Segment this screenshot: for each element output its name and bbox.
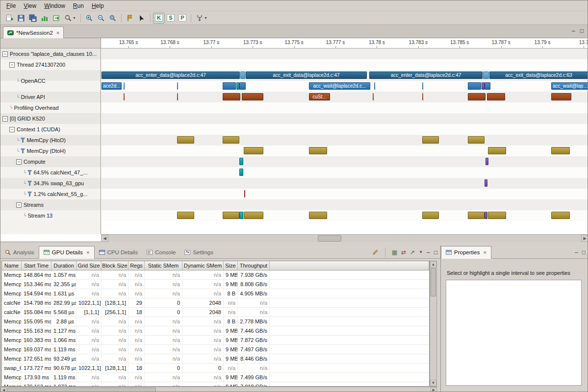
timeline-bar-memcpy-htod[interactable]	[422, 136, 439, 144]
timeline-bar-stream-13[interactable]	[422, 212, 439, 219]
timeline-bar-openacc-wait[interactable]	[239, 82, 246, 90]
timeline-bar-openacc-wait[interactable]: acc_wait@laplace2d.c...	[309, 82, 370, 90]
tab-analysis[interactable]: Analysis	[0, 246, 39, 259]
filter-funnel-icon[interactable]	[21, 148, 25, 153]
table-row[interactable]: swap_6173.727 ms90.678 µs1022,1,1][128,1…	[2, 364, 429, 373]
timeline-row-kernel-swap63[interactable]: └34.3% swap_63_gpu	[0, 178, 101, 189]
timeline-bar-stream-13[interactable]	[551, 212, 570, 219]
scroll-left-icon[interactable]: ◀	[0, 387, 7, 392]
timeline-row-streams[interactable]: −Streams	[0, 199, 101, 210]
timeline-bar-openacc-acc[interactable]: acc_exit_data@laplace2d.c:63	[489, 72, 588, 79]
filter-funnel-icon[interactable]	[27, 192, 32, 196]
timeline-bar-openacc-wait[interactable]	[177, 82, 178, 90]
timeline-bar-memcpy-htod[interactable]	[468, 136, 485, 144]
minimize-view-icon[interactable]: –	[572, 27, 575, 35]
timeline-bar-kernel-calcnext47[interactable]	[239, 169, 243, 176]
profile-application-button[interactable]	[39, 13, 51, 24]
menu-run[interactable]: Run	[69, 1, 88, 10]
timeline-bar-memcpy-dtoh[interactable]	[488, 147, 506, 154]
collapse-toggle-icon[interactable]: −	[9, 62, 15, 68]
save-button[interactable]	[15, 13, 27, 24]
column-header-start-time[interactable]: Start Time	[22, 261, 51, 270]
timeline-horizontal-scrollbar[interactable]: ◀ ▶	[101, 234, 588, 242]
table-row[interactable]: calcNe154.798 ms282.99 µs1022,1,1][128,1…	[2, 298, 429, 308]
table-layout-icon[interactable]: ▦	[392, 249, 397, 256]
menu-view[interactable]: View	[20, 1, 40, 10]
column-header-dynamic-smem[interactable]: Dynamic SMem	[182, 261, 224, 270]
timeline-row-memcpy-htod[interactable]: └MemCpy (HtoD)	[0, 135, 101, 146]
zoom-in-button[interactable]	[83, 13, 95, 24]
timeline-bar-openacc-acc[interactable]: acc_enter_data@laplace2d.c:47	[369, 72, 483, 79]
column-header-size[interactable]: Size	[224, 261, 238, 270]
collapse-toggle-icon[interactable]: −	[2, 51, 8, 57]
timeline-bar-openacc-wait[interactable]: acc_wait@lap...	[551, 82, 588, 90]
timeline-bar-openacc-acc[interactable]: acc_exit_data@laplace2d.c:47	[246, 72, 367, 79]
menu-help[interactable]: Help	[88, 1, 108, 10]
filter-funnel-icon[interactable]	[27, 170, 32, 175]
table-scroll-thumb[interactable]	[431, 268, 436, 296]
timeline-bar-openacc-wait[interactable]: ace2d...	[102, 82, 122, 90]
timeline-bar-stream-13[interactable]	[309, 212, 327, 219]
toggle-kernel-rows-button[interactable]: K	[153, 13, 165, 24]
search-settings-dropdown[interactable]: ▼	[62, 13, 78, 24]
timeline-bar-driver-api[interactable]	[487, 93, 505, 100]
column-header-name[interactable]: Name	[2, 261, 22, 270]
timeline-row-thread[interactable]: −Thread 2741307200	[0, 59, 101, 70]
tab-cpu-details[interactable]: CPU Details	[95, 246, 143, 259]
scroll-right-icon[interactable]: ▶	[431, 387, 437, 392]
timeline-bar-openacc-acc[interactable]	[483, 72, 489, 79]
column-header-block-size[interactable]: Block Size	[102, 261, 128, 270]
timeline-row-openacc[interactable]: └OpenACC	[0, 70, 101, 92]
close-tab-icon[interactable]: ×	[483, 249, 486, 255]
timeline-row-context-1[interactable]: −Context 1 (CUDA)	[0, 124, 101, 135]
timeline-row-kernel-calcnext55[interactable]: └1.2% calcNext_55_g...	[0, 189, 101, 199]
table-row[interactable]: Memcp179.163 ms1.073 msn/an/an/an/an/a9 …	[2, 382, 429, 387]
table-vertical-scrollbar[interactable]: ▲ ▼	[430, 261, 437, 387]
selection-tool-button[interactable]	[136, 13, 148, 24]
timeline-bar-driver-api[interactable]: cuSt...	[309, 93, 330, 100]
edit-filter-icon[interactable]	[372, 249, 379, 256]
timeline-bar-memcpy-htod[interactable]	[223, 136, 239, 144]
timeline-bar-driver-api[interactable]	[468, 93, 486, 100]
timeline-row-stream-13[interactable]: └Stream 13	[0, 210, 101, 221]
table-row[interactable]: Memcp155.095 ms2.88 µsn/an/an/an/an/a8 B…	[2, 317, 429, 326]
maximize-view-icon[interactable]: □	[582, 249, 586, 256]
sync-selection-icon[interactable]: ⇄	[401, 249, 406, 256]
timeline-bar-stream-13[interactable]	[223, 212, 239, 219]
table-hscroll-thumb[interactable]	[7, 388, 156, 392]
timeline-bar-memcpy-dtoh[interactable]	[551, 147, 570, 154]
table-row[interactable]: Memcp169.037 ms1.119 msn/an/an/an/an/a9 …	[2, 345, 429, 354]
scroll-up-icon[interactable]: ▲	[430, 261, 436, 268]
toggle-stream-rows-button[interactable]: S	[165, 13, 177, 24]
minimize-view-icon[interactable]: –	[427, 249, 430, 256]
timeline-bar-driver-api[interactable]	[551, 93, 571, 100]
column-header-duration[interactable]: Duration	[51, 261, 77, 270]
timeline-row-driver-api[interactable]: └Driver API	[0, 92, 101, 102]
go-to-marker-button[interactable]	[124, 13, 136, 24]
export-table-icon[interactable]: ↗	[410, 249, 415, 256]
timeline-bar-stream-13[interactable]	[239, 212, 243, 219]
timeline-bar-kernel-swap63[interactable]	[485, 179, 487, 187]
view-menu-icon[interactable]: ▼	[419, 250, 423, 254]
timeline-row-memcpy-dtoh[interactable]: └MemCpy (DtoH)	[0, 146, 101, 156]
toggle-process-rows-button[interactable]: P	[177, 13, 188, 24]
timeline-bar-kernel-calcnext55[interactable]	[244, 190, 245, 197]
timeline-bar-memcpy-dtoh[interactable]	[244, 147, 263, 154]
zoom-fit-button[interactable]	[107, 13, 119, 24]
timeline-bar-memcpy-dtoh[interactable]	[309, 147, 327, 154]
minimize-view-icon[interactable]: –	[575, 249, 578, 256]
timeline-bar-openacc-acc[interactable]	[240, 72, 245, 79]
timeline-bar-openacc-wait[interactable]	[223, 82, 236, 90]
column-header-throughput[interactable]: Throughput	[238, 261, 270, 270]
timeline-scroll-thumb[interactable]	[318, 235, 341, 242]
column-header-grid-size[interactable]: Grid Size	[77, 261, 102, 270]
table-row[interactable]: Memcp153.346 ms32.355 µsn/an/an/an/an/a9…	[2, 280, 429, 289]
timeline-row-grid-k520[interactable]: −[0] GRID K520	[0, 113, 101, 124]
collapse-toggle-icon[interactable]: −	[2, 116, 8, 122]
collapse-toggle-icon[interactable]: −	[9, 127, 15, 132]
table-row[interactable]: Memcp160.383 ms1.066 msn/an/an/an/an/a9 …	[2, 336, 429, 345]
table-row[interactable]: Memcp154.594 ms1.631 µsn/an/an/an/an/a8 …	[2, 289, 429, 298]
table-row[interactable]: calcNe155.084 ms5.568 µs[1,1,1][256,1,1]…	[2, 308, 429, 317]
table-row[interactable]: Memcp148.864 ms1.057 msn/an/an/an/an/a9 …	[2, 270, 429, 280]
filter-funnel-icon[interactable]	[21, 138, 25, 143]
